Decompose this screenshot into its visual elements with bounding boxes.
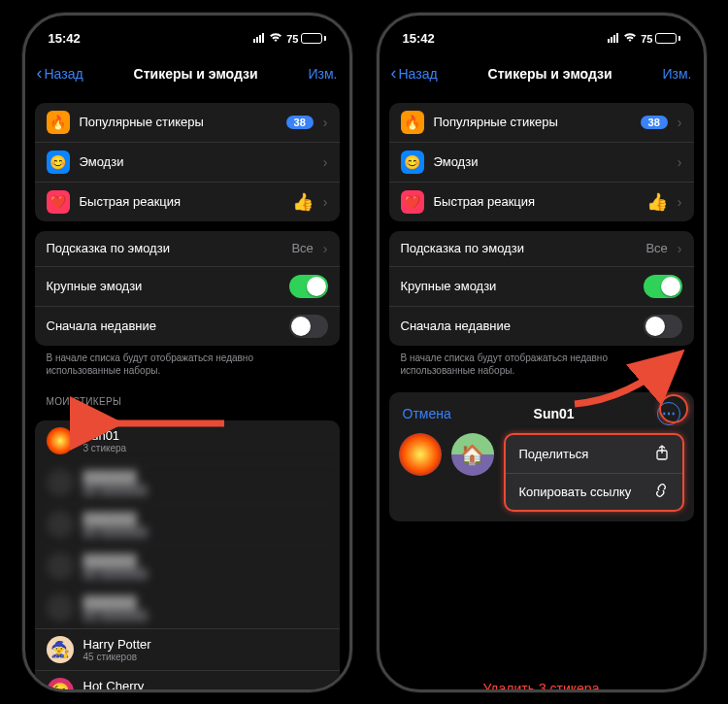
sticker-count: 45 стикеров [83,652,328,662]
top-group: 🔥 Популярные стикеры 38 › 😊 Эмодзи › ❤️ … [35,103,340,221]
phone-right: 15:42 75 ‹ Назад Стикеры и эмодзи Изм. 🔥… [377,13,707,692]
hint-value: Все [645,241,667,255]
emoji-label: Эмодзи [80,154,314,169]
chevron-right-icon: › [678,194,682,210]
sticker-set-row[interactable]: ████████ ███████ [35,587,340,628]
top-group: 🔥 Популярные стикеры 38 › 😊 Эмодзи › ❤️ … [389,103,694,221]
smile-icon: 😊 [401,151,424,174]
notch [469,16,614,39]
wifi-icon [269,31,282,46]
reaction-emoji: 👍 [646,191,668,213]
notch [115,16,260,39]
large-emoji-toggle[interactable] [644,275,682,298]
sticker-thumb [47,511,74,538]
settings-group: Подсказка по эмодзи Все › Крупные эмодзи… [35,231,340,346]
large-emoji-row: Крупные эмодзи [35,266,340,306]
emoji-row[interactable]: 😊 Эмодзи › [389,142,694,182]
emoji-hint-row[interactable]: Подсказка по эмодзи Все › [389,231,694,266]
status-right: 75 [608,31,679,46]
sticker-set-row[interactable]: ████████ ███████ [35,461,340,503]
recent-first-row: Сначала недавние [389,306,694,346]
hint-label: Подсказка по эмодзи [47,241,282,255]
sticker-count: 3 стикера [83,443,328,453]
emoji-hint-row[interactable]: Подсказка по эмодзи Все › [35,231,340,266]
more-button[interactable]: ⋯ [657,402,680,425]
content: 🔥 Популярные стикеры 38 › 😊 Эмодзи › ❤️ … [380,93,704,692]
popular-stickers-row[interactable]: 🔥 Популярные стикеры 38 › [389,103,694,142]
sticker-count: ██ ███████ [83,568,328,579]
recent-first-toggle[interactable] [289,315,328,338]
reaction-row[interactable]: ❤️ Быстрая реакция 👍 › [35,182,340,221]
sticker-preview-2[interactable]: 🏠 [451,433,494,476]
sticker-info: ████████ ███████ [83,553,328,579]
back-button[interactable]: ‹ Назад [37,63,83,84]
large-emoji-row: Крупные эмодзи [389,266,694,306]
heart-icon: ❤️ [47,190,70,214]
popular-stickers-row[interactable]: 🔥 Популярные стикеры 38 › [35,103,340,142]
status-right: 75 [253,31,325,46]
sticker-set-row[interactable]: 😉Hot Cherry34 стикера [35,670,340,692]
sticker-name: Sun01 [83,428,328,443]
sticker-set-row[interactable]: Sun013 стикера [35,420,340,461]
sticker-info: ████████ ███████ [83,595,328,620]
phone-left: 15:42 75 ‹ Назад Стикеры и эмодзи Изм. 🔥… [22,13,352,692]
reaction-emoji: 👍 [292,191,314,213]
share-icon [655,445,669,463]
sticker-thumb [47,553,74,580]
heart-icon: ❤️ [401,190,424,214]
cancel-button[interactable]: Отмена [403,406,451,421]
delete-stickers-button[interactable]: Удалить 3 стикера [389,667,694,692]
modal-title: Sun01 [534,406,575,421]
chevron-right-icon: › [323,154,328,170]
popular-label: Популярные стикеры [434,115,631,129]
sticker-count: ██ ███████ [83,485,328,495]
edit-button[interactable]: Изм. [663,66,692,82]
status-time: 15:42 [49,31,81,46]
sticker-info: Harry Potter45 стикеров [83,637,328,662]
battery-pct: 75 [641,33,652,45]
copy-link-action[interactable]: Копировать ссылку [506,473,682,510]
edit-button[interactable]: Изм. [309,66,338,82]
sticker-set-row[interactable]: ████████ ███████ [35,545,340,587]
hint-label: Подсказка по эмодзи [401,241,637,255]
popular-badge: 38 [641,116,668,129]
share-label: Поделиться [519,447,589,461]
sticker-info: Sun013 стикера [83,428,328,453]
battery-pct: 75 [286,33,298,45]
recent-first-toggle[interactable] [644,315,682,338]
sticker-name: ██████ [83,470,328,485]
sticker-thumb [47,427,74,454]
battery-icon: 75 [286,33,325,45]
chevron-right-icon: › [678,154,682,170]
back-button[interactable]: ‹ Назад [391,63,438,84]
emoji-label: Эмодзи [434,154,668,169]
chevron-right-icon: › [678,115,682,130]
sticker-count: ██ ███████ [83,610,328,620]
sticker-info: ████████ ███████ [83,470,328,495]
recent-label: Сначала недавние [47,318,280,333]
hint-value: Все [291,241,313,255]
sticker-set-row[interactable]: ████████ ███████ [35,503,340,545]
sticker-name: ██████ [83,553,328,568]
reaction-row[interactable]: ❤️ Быстрая реакция 👍 › [389,182,694,221]
emoji-row[interactable]: 😊 Эмодзи › [35,142,340,182]
large-label: Крупные эмодзи [401,279,634,293]
reaction-label: Быстрая реакция [80,194,282,209]
large-emoji-toggle[interactable] [289,275,328,298]
sticker-set-modal: Отмена Sun01 ⋯ 🏠 Поделиться Копировать [389,392,694,521]
sticker-set-row[interactable]: 🧙Harry Potter45 стикеров [35,628,340,670]
large-label: Крупные эмодзи [47,279,280,293]
copy-link-label: Копировать ссылку [519,485,632,499]
recent-label: Сначала недавние [401,318,634,333]
settings-group: Подсказка по эмодзи Все › Крупные эмодзи… [389,231,694,346]
nav-bar: ‹ Назад Стикеры и эмодзи Изм. [380,54,704,93]
share-action[interactable]: Поделиться [506,435,682,473]
sticker-preview-1[interactable] [399,433,442,476]
chevron-left-icon: ‹ [37,63,43,84]
action-menu: Поделиться Копировать ссылку [504,433,684,512]
my-stickers-group: Sun013 стикера████████ ███████████████ █… [35,420,340,692]
fire-icon: 🔥 [47,111,70,134]
popular-label: Популярные стикеры [80,115,277,129]
popular-badge: 38 [286,116,314,129]
back-label: Назад [399,66,438,82]
